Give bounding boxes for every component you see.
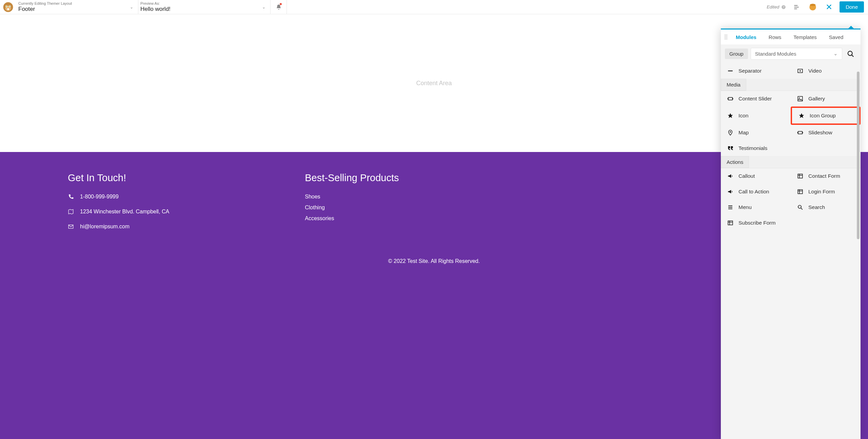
product-link[interactable]: Accessories: [305, 215, 399, 222]
app-logo[interactable]: [0, 0, 16, 14]
module-list[interactable]: Separator Video Media Content Slider Gal…: [721, 63, 861, 439]
svg-rect-27: [803, 132, 803, 134]
svg-line-38: [801, 208, 803, 210]
outline-list-icon: [793, 4, 800, 11]
svg-rect-6: [7, 8, 9, 10]
filter-row: Group Standard Modules: [721, 44, 861, 63]
separator-icon: [727, 68, 734, 74]
section-media: Media: [721, 79, 746, 91]
form-icon: [727, 220, 734, 226]
scrollbar-thumb[interactable]: [857, 72, 860, 239]
currently-editing-selector[interactable]: Currently Editing Themer Layout Footer ⌄: [16, 0, 138, 14]
drawer-tabs: Modules Rows Templates Saved: [721, 30, 861, 44]
bullhorn-icon: [727, 173, 734, 179]
map-fold-icon: [68, 209, 74, 215]
module-slideshow[interactable]: Slideshow: [791, 125, 861, 140]
module-label: Video: [808, 68, 822, 74]
module-map[interactable]: Map: [721, 125, 791, 140]
module-icon-group[interactable]: Icon Group: [791, 107, 861, 125]
modules-panel-button[interactable]: [807, 1, 818, 13]
preview-as-selector[interactable]: Preview As: Hello world! ⌄: [138, 0, 271, 14]
svg-point-21: [799, 97, 800, 98]
module-testimonials[interactable]: Testimonials: [721, 140, 791, 156]
module-label: Callout: [738, 173, 755, 179]
outline-button[interactable]: [791, 1, 802, 13]
group-chip[interactable]: Group: [725, 49, 748, 59]
tab-templates[interactable]: Templates: [787, 30, 823, 44]
svg-point-37: [798, 205, 801, 208]
editing-value: Footer: [18, 6, 133, 13]
modules-drawer: Modules Rows Templates Saved Group Stand…: [721, 28, 861, 439]
form-icon: [797, 189, 804, 195]
svg-rect-19: [733, 98, 733, 100]
product-link[interactable]: Clothing: [305, 205, 399, 211]
tab-modules[interactable]: Modules: [730, 30, 763, 44]
contact-phone[interactable]: 1-800-999-9999: [68, 194, 169, 200]
svg-point-5: [9, 6, 10, 6]
tab-rows[interactable]: Rows: [763, 30, 788, 44]
envelope-icon: [68, 224, 74, 230]
module-search-button[interactable]: [845, 48, 856, 60]
module-separator[interactable]: Separator: [721, 63, 791, 79]
svg-marker-22: [728, 113, 733, 118]
module-label: Testimonials: [738, 145, 767, 151]
svg-point-24: [730, 131, 731, 133]
module-label: Search: [808, 204, 825, 210]
notifications-button[interactable]: [271, 0, 287, 14]
svg-rect-31: [798, 190, 803, 194]
star-icon: [727, 113, 734, 119]
module-label: Subscribe Form: [738, 220, 775, 226]
module-call-to-action[interactable]: Call to Action: [721, 184, 791, 199]
help-icon[interactable]: ?: [781, 5, 786, 9]
module-label: Login Form: [808, 189, 835, 195]
svg-rect-18: [728, 98, 728, 100]
svg-rect-25: [798, 131, 802, 134]
map-pin-icon: [727, 130, 734, 136]
page-canvas: Content Area Get In Touch! 1-800-999-999…: [0, 14, 868, 439]
svg-marker-23: [799, 113, 804, 118]
product-link[interactable]: Shoes: [305, 194, 399, 200]
svg-marker-16: [800, 70, 802, 72]
module-label: Slideshow: [808, 130, 832, 136]
drawer-pointer: [848, 26, 854, 29]
contact-email[interactable]: hi@loremipsum.com: [68, 224, 169, 230]
editing-label: Currently Editing Themer Layout: [18, 1, 133, 6]
module-subscribe-form[interactable]: Subscribe Form: [721, 215, 791, 231]
done-button[interactable]: Done: [840, 1, 864, 13]
module-callout[interactable]: Callout: [721, 168, 791, 184]
gallery-icon: [797, 96, 804, 102]
module-search[interactable]: Search: [791, 199, 861, 215]
module-menu[interactable]: Menu: [721, 199, 791, 215]
edited-status: Edited ?: [767, 4, 786, 9]
search-icon: [797, 204, 804, 210]
module-gallery[interactable]: Gallery: [791, 91, 861, 107]
contact-address[interactable]: 1234 Winchester Blvd. Campbell, CA: [68, 209, 169, 215]
module-label: Content Slider: [738, 96, 772, 102]
preview-label: Preview As:: [140, 1, 265, 6]
contact-email-text: hi@loremipsum.com: [80, 224, 130, 230]
svg-rect-17: [728, 97, 732, 100]
section-actions: Actions: [721, 156, 749, 168]
footer-title-products: Best-Selling Products: [305, 172, 399, 184]
top-toolbar: Currently Editing Themer Layout Footer ⌄…: [0, 0, 868, 14]
svg-text:?: ?: [783, 5, 785, 8]
module-login-form[interactable]: Login Form: [791, 184, 861, 199]
close-icon: ✕: [826, 2, 832, 12]
slider-icon: [727, 96, 734, 102]
group-select[interactable]: Standard Modules: [751, 48, 842, 60]
module-content-slider[interactable]: Content Slider: [721, 91, 791, 107]
close-panel-button[interactable]: ✕: [823, 1, 835, 13]
slideshow-icon: [797, 130, 804, 136]
module-label: Icon Group: [810, 113, 836, 119]
tab-saved[interactable]: Saved: [823, 30, 850, 44]
module-video[interactable]: Video: [791, 63, 861, 79]
contact-address-text: 1234 Winchester Blvd. Campbell, CA: [80, 209, 169, 215]
menu-icon: [727, 204, 734, 210]
beaver-logo-icon: [2, 1, 14, 13]
module-icon[interactable]: Icon: [721, 107, 791, 125]
module-contact-form[interactable]: Contact Form: [791, 168, 861, 184]
module-label: Gallery: [808, 96, 825, 102]
svg-point-12: [848, 51, 852, 55]
svg-rect-28: [798, 174, 803, 178]
drag-handle-icon[interactable]: [724, 35, 728, 39]
